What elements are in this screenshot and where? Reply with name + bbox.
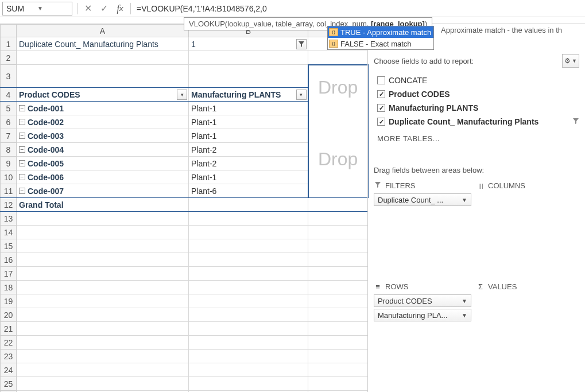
cell[interactable] — [17, 322, 189, 336]
chevron-down-icon[interactable]: ▼ — [462, 312, 467, 319]
cell[interactable] — [17, 281, 189, 294]
cell[interactable] — [189, 363, 308, 377]
columns-area[interactable]: ⫼ COLUMNS — [476, 181, 579, 208]
pivot-row-cell[interactable]: −Code-001 — [17, 102, 189, 115]
cell[interactable] — [189, 350, 308, 363]
cell[interactable] — [17, 377, 189, 391]
field-item-concate[interactable]: CONCATE — [377, 73, 579, 87]
collapse-icon[interactable]: − — [19, 174, 25, 180]
collapse-icon[interactable]: − — [19, 133, 25, 139]
pivot-filter-label-cell[interactable]: Duplicate Count_ Manufacturing Plants — [17, 37, 189, 51]
cell[interactable] — [308, 294, 368, 308]
pane-options-button[interactable]: ⚙ ▼ — [562, 54, 579, 68]
checkbox-icon[interactable]: ✓ — [377, 104, 385, 112]
pivot-grand-total-cell[interactable]: Grand Total — [17, 198, 189, 212]
pivot-row-dropdown-button[interactable]: ▾ — [296, 90, 307, 100]
row-header[interactable]: 20 — [1, 308, 17, 322]
select-all-corner[interactable] — [1, 25, 17, 37]
cell[interactable] — [17, 363, 189, 377]
row-header[interactable]: 8 — [1, 143, 17, 157]
cell[interactable] — [308, 322, 368, 336]
more-tables-link[interactable]: MORE TABLES... — [377, 134, 579, 143]
cell[interactable] — [189, 336, 308, 350]
row-header[interactable]: 21 — [1, 322, 17, 336]
row-header[interactable]: 12 — [1, 198, 17, 212]
pivot-value-cell[interactable]: Plant-1 — [189, 102, 308, 115]
pivot-row-cell[interactable]: −Code-005 — [17, 157, 189, 170]
pivot-row-cell[interactable]: −Code-002 — [17, 115, 189, 129]
pivot-row-dropdown-button[interactable]: ▾ — [177, 90, 187, 100]
cell[interactable] — [308, 308, 368, 322]
name-box[interactable]: SUM ▼ — [2, 2, 72, 15]
row-header[interactable]: 19 — [1, 294, 17, 308]
pivot-row-cell[interactable]: −Code-006 — [17, 170, 189, 184]
cell[interactable] — [17, 226, 189, 239]
row-header[interactable]: 15 — [1, 239, 17, 253]
cell[interactable] — [308, 253, 368, 267]
cell[interactable] — [308, 51, 368, 65]
cell[interactable] — [189, 51, 308, 65]
formula-input[interactable]: =VLOOKUP(E4,'1'!A4:B1048576,2,0 — [133, 2, 585, 15]
row-header[interactable]: 25 — [1, 377, 17, 391]
cell[interactable] — [189, 281, 308, 294]
row-header[interactable]: 23 — [1, 350, 17, 363]
pivot-value-cell[interactable]: Plant-1 — [189, 115, 308, 129]
cell[interactable] — [17, 336, 189, 350]
row-header[interactable]: 22 — [1, 336, 17, 350]
field-item-duplicate-count[interactable]: ✓ Duplicate Count_ Manufacturing Plants — [377, 115, 579, 129]
collapse-icon[interactable]: − — [19, 160, 25, 166]
row-header[interactable]: 17 — [1, 267, 17, 281]
cancel-formula-button[interactable]: ✕ — [80, 2, 96, 15]
row-header[interactable]: 24 — [1, 363, 17, 377]
name-box-dropdown-icon[interactable]: ▼ — [37, 5, 68, 11]
pivot-filter-dropdown-button[interactable] — [296, 39, 307, 49]
cell[interactable] — [189, 377, 308, 391]
pivot-row-header-b[interactable]: Manufacturing PLANTS ▾ — [189, 88, 308, 102]
row-header[interactable]: 14 — [1, 226, 17, 239]
cell[interactable] — [17, 294, 189, 308]
row-header[interactable]: 13 — [1, 212, 17, 226]
cell[interactable] — [189, 294, 308, 308]
pivot-row-cell[interactable]: −Code-003 — [17, 129, 189, 143]
checkbox-icon[interactable] — [377, 76, 385, 84]
checkbox-icon[interactable]: ✓ — [377, 90, 385, 98]
cell[interactable] — [189, 65, 308, 88]
collapse-icon[interactable]: − — [19, 188, 25, 194]
row-header[interactable]: 3 — [1, 65, 17, 88]
row-header[interactable]: 11 — [1, 184, 17, 198]
pivot-value-cell[interactable]: Plant-1 — [189, 129, 308, 143]
cell[interactable] — [189, 322, 308, 336]
pivot-row-cell[interactable]: −Code-004 — [17, 143, 189, 157]
column-header-a[interactable]: A — [17, 25, 189, 37]
row-header[interactable]: 10 — [1, 170, 17, 184]
autocomplete-item-false[interactable]: ⟨⟩ FALSE - Exact match — [328, 38, 433, 49]
pivot-row-cell[interactable]: −Code-007 — [17, 184, 189, 198]
collapse-icon[interactable]: − — [19, 105, 25, 111]
cell[interactable] — [17, 350, 189, 363]
pivot-value-cell[interactable]: Plant-6 — [189, 184, 308, 198]
cell[interactable] — [308, 350, 368, 363]
autocomplete-item-true[interactable]: ⟨⟩ TRUE - Approximate match — [328, 26, 433, 38]
cell[interactable] — [308, 239, 368, 253]
cell[interactable] — [17, 65, 189, 88]
field-item-product-codes[interactable]: ✓ Product CODES — [377, 87, 579, 101]
cell[interactable] — [17, 212, 189, 226]
row-header[interactable]: 6 — [1, 115, 17, 129]
pivot-row-header-a[interactable]: Product CODES ▾ — [17, 88, 189, 102]
enter-formula-button[interactable]: ✓ — [96, 2, 112, 15]
row-header[interactable]: 2 — [1, 51, 17, 65]
row-header[interactable]: 9 — [1, 157, 17, 170]
cell[interactable] — [189, 239, 308, 253]
pivot-value-cell[interactable]: Plant-2 — [189, 157, 308, 170]
rows-area[interactable]: ≡ ROWS Product CODES ▼ Manufacturing PLA… — [374, 282, 476, 323]
cell[interactable] — [189, 267, 308, 281]
selected-range[interactable] — [308, 65, 368, 198]
cell[interactable] — [308, 336, 368, 350]
cell[interactable] — [308, 377, 368, 391]
values-area[interactable]: Σ VALUES — [476, 282, 579, 323]
cell[interactable] — [189, 226, 308, 239]
pivot-value-cell[interactable]: Plant-1 — [189, 170, 308, 184]
chevron-down-icon[interactable]: ▼ — [462, 197, 467, 203]
cell[interactable] — [308, 267, 368, 281]
cell[interactable] — [308, 363, 368, 377]
